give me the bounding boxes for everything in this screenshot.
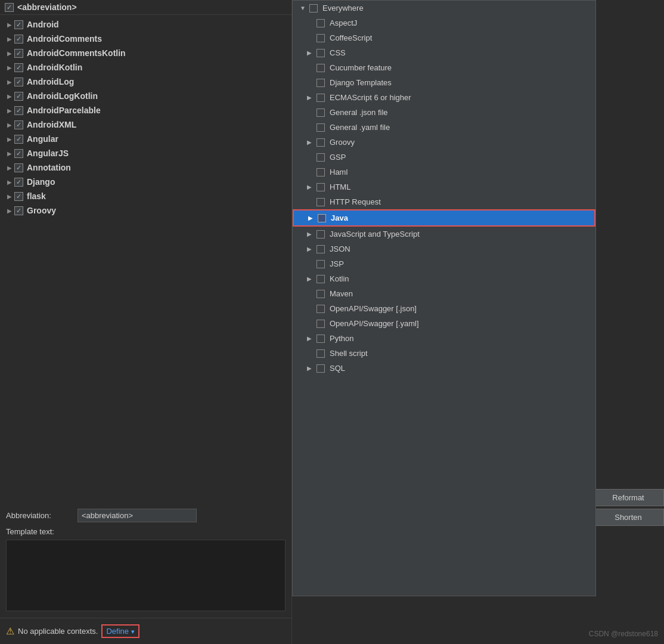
item-text-sql: SQL bbox=[330, 364, 345, 373]
item-checkbox-angular[interactable] bbox=[14, 135, 23, 144]
checkbox-maven[interactable] bbox=[317, 290, 325, 298]
checkbox-django-templates[interactable] bbox=[317, 79, 325, 87]
list-item[interactable]: ▶ AndroidLog bbox=[0, 75, 291, 89]
template-textarea[interactable] bbox=[6, 540, 286, 611]
checkbox-http-request[interactable] bbox=[317, 198, 325, 206]
checkbox-coffeescript[interactable] bbox=[317, 34, 325, 42]
dropdown-item-django-templates[interactable]: Django Templates bbox=[293, 75, 595, 90]
item-checkbox-android[interactable] bbox=[14, 20, 23, 29]
item-text-http-request: HTTP Request bbox=[330, 197, 381, 206]
dropdown-item-everywhere[interactable]: ▼ Everywhere bbox=[293, 1, 595, 16]
checkbox-openapi-yaml[interactable] bbox=[317, 320, 325, 328]
shorten-button[interactable]: Shorten bbox=[592, 509, 664, 526]
dropdown-item-groovy[interactable]: ▶ Groovy bbox=[293, 135, 595, 150]
dropdown-item-general-json[interactable]: General .json file bbox=[293, 105, 595, 120]
item-checkbox-groovy[interactable] bbox=[14, 206, 23, 215]
checkbox-gsp[interactable] bbox=[317, 153, 325, 162]
list-item[interactable]: ▶ AndroidParcelable bbox=[0, 103, 291, 117]
list-item[interactable]: ▶ AndroidCommentsKotlin bbox=[0, 46, 291, 60]
checkbox-aspectj[interactable] bbox=[317, 19, 325, 27]
item-text-java: Java bbox=[331, 213, 348, 222]
checkbox-cucumber[interactable] bbox=[317, 64, 325, 72]
list-item[interactable]: ▶ AndroidLogKotlin bbox=[0, 89, 291, 103]
list-item[interactable]: ▶ Annotation bbox=[0, 160, 291, 175]
item-checkbox-angularjs[interactable] bbox=[14, 149, 23, 158]
list-item[interactable]: ▶ AndroidKotlin bbox=[0, 60, 291, 75]
item-checkbox-androidxml[interactable] bbox=[14, 120, 23, 129]
item-text-openapi-yaml: OpenAPI/Swagger [.yaml] bbox=[330, 319, 419, 328]
dropdown-item-jsp[interactable]: JSP bbox=[293, 256, 595, 271]
define-arrow-icon: ▾ bbox=[131, 628, 135, 635]
checkbox-openapi-json[interactable] bbox=[317, 305, 325, 313]
dropdown-item-maven[interactable]: Maven bbox=[293, 286, 595, 301]
dropdown-item-json[interactable]: ▶ JSON bbox=[293, 242, 595, 256]
dropdown-item-general-yaml[interactable]: General .yaml file bbox=[293, 120, 595, 135]
checkbox-general-yaml[interactable] bbox=[317, 123, 325, 132]
checkbox-haml[interactable] bbox=[317, 168, 325, 177]
reformat-button[interactable]: Reformat bbox=[592, 489, 664, 506]
checkbox-general-json[interactable] bbox=[317, 109, 325, 117]
checkbox-shell-script[interactable] bbox=[317, 349, 325, 358]
header-abbreviation-label: <abbreviation> bbox=[17, 2, 77, 12]
checkbox-sql[interactable] bbox=[317, 364, 325, 373]
checkbox-css[interactable] bbox=[317, 49, 325, 57]
dropdown-item-openapi-yaml[interactable]: OpenAPI/Swagger [.yaml] bbox=[293, 316, 595, 331]
dropdown-item-coffeescript[interactable]: CoffeeScript bbox=[293, 30, 595, 45]
item-checkbox-androidkotlin[interactable] bbox=[14, 63, 23, 72]
dropdown-item-http-request[interactable]: HTTP Request bbox=[293, 194, 595, 209]
item-checkbox-annotation[interactable] bbox=[14, 163, 23, 172]
checkbox-python[interactable] bbox=[317, 335, 325, 343]
list-item[interactable]: ▶ Android bbox=[0, 17, 291, 32]
dropdown-item-javascript[interactable]: ▶ JavaScript and TypeScript bbox=[293, 227, 595, 242]
item-checkbox-androidparcelable[interactable] bbox=[14, 106, 23, 115]
dropdown-item-html[interactable]: ▶ HTML bbox=[293, 179, 595, 194]
dropdown-item-cucumber[interactable]: Cucumber feature bbox=[293, 60, 595, 75]
item-checkbox-flask[interactable] bbox=[14, 192, 23, 201]
list-item[interactable]: ▶ Angular bbox=[0, 132, 291, 146]
checkbox-ecmascript[interactable] bbox=[317, 94, 325, 102]
checkbox-html[interactable] bbox=[317, 183, 325, 191]
dropdown-item-openapi-json[interactable]: OpenAPI/Swagger [.json] bbox=[293, 301, 595, 316]
dropdown-item-haml[interactable]: Haml bbox=[293, 165, 595, 179]
list-item[interactable]: ▶ AndroidXML bbox=[0, 117, 291, 132]
checkbox-json[interactable] bbox=[317, 245, 325, 253]
expand-icon: ▶ bbox=[5, 34, 14, 44]
checkbox-groovy[interactable] bbox=[317, 138, 325, 147]
template-list[interactable]: ▶ Android ▶ AndroidComments ▶ AndroidCom… bbox=[0, 15, 291, 501]
expand-icon: ▶ bbox=[5, 148, 14, 158]
item-label-django: Django bbox=[27, 177, 55, 187]
list-item[interactable]: ▶ flask bbox=[0, 189, 291, 203]
item-checkbox-androidcomments[interactable] bbox=[14, 35, 23, 44]
dropdown-item-sql[interactable]: ▶ SQL bbox=[293, 361, 595, 376]
list-item[interactable]: ▶ AngularJS bbox=[0, 146, 291, 160]
item-checkbox-androidcommentskotlin[interactable] bbox=[14, 49, 23, 58]
checkbox-kotlin[interactable] bbox=[317, 275, 325, 283]
item-text-javascript: JavaScript and TypeScript bbox=[330, 230, 420, 239]
header-checkbox[interactable] bbox=[5, 3, 14, 12]
watermark: CSDN @redstone618 bbox=[589, 630, 658, 638]
expand-icon: ▶ bbox=[5, 106, 14, 115]
expand-icon: ▶ bbox=[5, 120, 14, 129]
checkbox-javascript[interactable] bbox=[317, 230, 325, 239]
dropdown-item-gsp[interactable]: GSP bbox=[293, 150, 595, 165]
item-text-shell-script: Shell script bbox=[330, 349, 368, 358]
dropdown-item-aspectj[interactable]: AspectJ bbox=[293, 16, 595, 30]
list-item[interactable]: ▶ AndroidComments bbox=[0, 32, 291, 46]
item-checkbox-django[interactable] bbox=[14, 178, 23, 187]
item-checkbox-androidlogkotlin[interactable] bbox=[14, 92, 23, 101]
list-item[interactable]: ▶ Groovy bbox=[0, 203, 291, 218]
dropdown-item-shell-script[interactable]: Shell script bbox=[293, 346, 595, 361]
abbreviation-input[interactable] bbox=[77, 509, 197, 522]
dropdown-item-ecmascript[interactable]: ▶ ECMAScript 6 or higher bbox=[293, 90, 595, 105]
list-item[interactable]: ▶ Django bbox=[0, 175, 291, 189]
item-checkbox-androidlog[interactable] bbox=[14, 78, 23, 86]
context-dropdown[interactable]: ▼ Everywhere AspectJ CoffeeScript ▶ CSS … bbox=[292, 0, 596, 596]
dropdown-item-python[interactable]: ▶ Python bbox=[293, 331, 595, 346]
checkbox-jsp[interactable] bbox=[317, 260, 325, 268]
dropdown-item-java[interactable]: ▶ Java bbox=[293, 209, 595, 227]
checkbox-everywhere[interactable] bbox=[309, 4, 318, 13]
dropdown-item-css[interactable]: ▶ CSS bbox=[293, 45, 595, 60]
define-button[interactable]: Define ▾ bbox=[101, 624, 139, 638]
dropdown-item-kotlin[interactable]: ▶ Kotlin bbox=[293, 271, 595, 286]
checkbox-java[interactable] bbox=[318, 214, 326, 222]
